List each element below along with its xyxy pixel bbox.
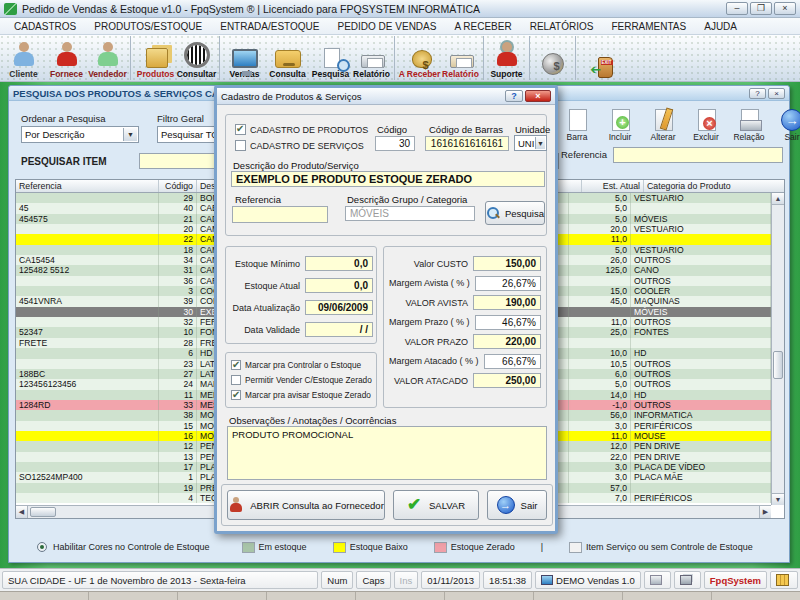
- checkbox-row[interactable]: CADASTRO DE PRODUTOS: [235, 124, 368, 135]
- menu-item[interactable]: ENTRADA/ESTOQUE: [212, 20, 327, 33]
- legend-swatch: [333, 542, 346, 553]
- close-icon[interactable]: ×: [525, 90, 551, 102]
- field-value[interactable]: 46,67%: [475, 315, 541, 330]
- scroll-up-icon[interactable]: ▲: [772, 193, 784, 205]
- col-header-est-atual[interactable]: Est. Atual: [582, 180, 644, 192]
- pesquisa-button[interactable]: Pesquisa: [485, 201, 545, 225]
- toolbar-button[interactable]: [579, 36, 622, 80]
- descricao-field[interactable]: EXEMPLO DE PRODUTO ESTOQUE ZERADO: [231, 171, 545, 187]
- toolbar-button[interactable]: Consultar: [177, 36, 220, 80]
- field-label: VALOR PRAZO: [405, 337, 468, 347]
- toolbar-button[interactable]: Relatório: [441, 36, 484, 80]
- toolbar-button[interactable]: [533, 36, 576, 80]
- checkbox-icon[interactable]: [231, 360, 241, 370]
- checkbox-icon[interactable]: [231, 375, 241, 385]
- toolbar-button[interactable]: Pesquisa: [309, 36, 352, 80]
- order-select-value: Por Descrição: [25, 129, 85, 140]
- checkbox-row[interactable]: Marcar pra Controlar o Estoque: [231, 360, 372, 370]
- toolbar-button[interactable]: A Receber: [398, 36, 441, 80]
- grupo-field[interactable]: MÓVEIS: [345, 206, 475, 221]
- search-item-label: PESQUISAR ITEM: [21, 156, 107, 167]
- action-button[interactable]: → Sair: [772, 100, 800, 142]
- menu-item[interactable]: PEDIDO DE VENDAS: [330, 20, 445, 33]
- close-button[interactable]: ×: [774, 2, 796, 15]
- action-button[interactable]: Excluir: [686, 100, 726, 142]
- minimize-button[interactable]: –: [726, 2, 748, 15]
- toolbar-button[interactable]: Suporte: [487, 36, 530, 80]
- checkbox-icon[interactable]: [231, 390, 241, 400]
- referencia-filter-input[interactable]: [613, 147, 783, 163]
- legend-label: Estoque Baixo: [350, 542, 408, 552]
- status-panel-text: Num: [327, 575, 347, 586]
- vertical-scrollbar[interactable]: ▲ ▼: [771, 193, 784, 505]
- obs-textarea[interactable]: PRODUTO PROMOCIONAL: [227, 426, 547, 480]
- checkbox-icon[interactable]: [235, 140, 246, 151]
- checkbox-icon[interactable]: [235, 124, 246, 135]
- horizontal-scroll-thumb[interactable]: [30, 507, 56, 517]
- scroll-right-icon[interactable]: ▶: [759, 506, 771, 518]
- chevron-down-icon: ▼: [123, 128, 137, 141]
- toolbar-button[interactable]: Consulta: [266, 36, 309, 80]
- action-button[interactable]: Barra: [557, 100, 597, 142]
- field-value[interactable]: 0,0: [305, 278, 373, 293]
- help-button[interactable]: ?: [505, 90, 523, 102]
- checkbox-row[interactable]: Permitir Vender C/Estoque Zerado: [231, 375, 372, 385]
- action-button[interactable]: Relação: [729, 100, 769, 142]
- toolbar-button[interactable]: Produtos: [134, 36, 177, 80]
- abrir-fornecedor-button[interactable]: ABRIR Consulta ao Fornecedor: [227, 490, 385, 520]
- field-value[interactable]: 66,67%: [484, 354, 541, 369]
- toolbar-button[interactable]: Fornece: [45, 36, 88, 80]
- field-row: Data Atualização 09/06/2009: [231, 300, 373, 315]
- barras-field[interactable]: 1616161616161: [425, 136, 509, 151]
- help-button[interactable]: ?: [749, 88, 766, 99]
- toolbar-icon: [542, 53, 564, 75]
- menu-item[interactable]: PRODUTOS/ESTOQUE: [86, 20, 210, 33]
- close-icon[interactable]: ×: [768, 88, 785, 99]
- menu-item[interactable]: RELATÓRIOS: [522, 20, 602, 33]
- legend-item: Estoque Baixo: [333, 542, 408, 553]
- unidade-select[interactable]: UNI ▼: [514, 135, 547, 151]
- checkbox-row[interactable]: CADASTRO DE SERVIÇOS: [235, 140, 368, 151]
- order-select[interactable]: Por Descrição ▼: [21, 126, 139, 143]
- legend-item: Estoque Zerado: [434, 542, 515, 553]
- field-value[interactable]: 190,00: [473, 295, 541, 310]
- field-value[interactable]: / /: [305, 322, 373, 337]
- scroll-left-icon[interactable]: ◀: [16, 506, 28, 518]
- field-value[interactable]: 150,00: [473, 256, 541, 271]
- toolbar-button[interactable]: Vendedor: [88, 36, 131, 80]
- status-bar: SUA CIDADE - UF 1 de Novembro de 2013 - …: [0, 568, 800, 591]
- toolbar-icon: [493, 40, 521, 68]
- action-button[interactable]: Incluir: [600, 100, 640, 142]
- col-header-referencia[interactable]: Referencia: [16, 180, 159, 192]
- field-value[interactable]: 220,00: [473, 334, 541, 349]
- action-button-icon: →: [781, 109, 800, 131]
- checkbox-row[interactable]: Marcar pra avisar Estoque Zerado: [231, 390, 372, 400]
- menu-item[interactable]: CADASTROS: [6, 20, 84, 33]
- col-header-categoria[interactable]: Categoria do Produto: [644, 180, 784, 192]
- field-value[interactable]: 250,00: [473, 373, 541, 388]
- menu-item[interactable]: AJUDA: [696, 20, 745, 33]
- legend-label: Item Serviço ou sem Controle de Estoque: [586, 542, 753, 552]
- action-button[interactable]: Alterar: [643, 100, 683, 142]
- menu-item[interactable]: A RECEBER: [446, 20, 519, 33]
- field-value[interactable]: 09/06/2009: [305, 300, 373, 315]
- enable-colors-radio[interactable]: [37, 542, 47, 552]
- sair-button[interactable]: → Sair: [487, 490, 547, 520]
- toolbar-button[interactable]: Cliente: [2, 36, 45, 80]
- field-value[interactable]: 26,67%: [475, 276, 541, 291]
- referencia-label: Referencia: [235, 194, 281, 205]
- status-panel-text: Caps: [362, 575, 384, 586]
- codigo-field[interactable]: 30: [375, 136, 415, 151]
- scroll-down-icon[interactable]: ▼: [772, 493, 784, 505]
- salvar-button[interactable]: ✔ SALVAR: [393, 490, 479, 520]
- field-value[interactable]: 0,0: [305, 256, 373, 271]
- vertical-scroll-thumb[interactable]: [773, 351, 783, 379]
- referencia-field[interactable]: [232, 206, 328, 223]
- menu-item[interactable]: FERRAMENTAS: [603, 20, 694, 33]
- col-header-codigo[interactable]: Código: [159, 180, 197, 192]
- restore-button[interactable]: ❐: [750, 2, 772, 15]
- toolbar-button[interactable]: Relatório: [352, 36, 395, 80]
- field-label: Margem Avista ( % ): [389, 278, 470, 288]
- obs-label: Observações / Anotações / Ocorrências: [229, 415, 396, 426]
- toolbar-button[interactable]: Vendas: [223, 36, 266, 80]
